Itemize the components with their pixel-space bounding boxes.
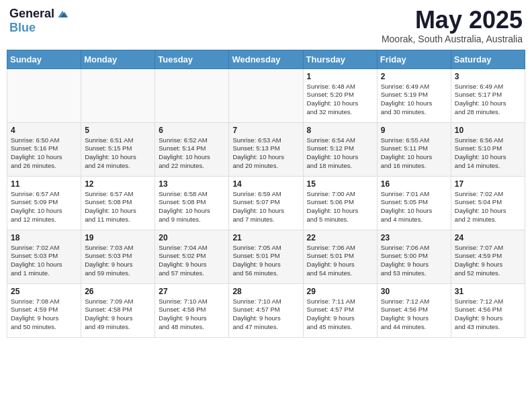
day-number: 10 [455,126,521,135]
day-info: Sunrise: 6:48 AMSunset: 5:20 PMDaylight:… [307,83,373,117]
calendar-cell: 6Sunrise: 6:52 AMSunset: 5:14 PMDaylight… [155,122,229,176]
day-info: Sunrise: 7:12 AMSunset: 4:56 PMDaylight:… [455,298,521,332]
calendar-cell: 20Sunrise: 7:04 AMSunset: 5:02 PMDayligh… [155,230,229,283]
day-info: Sunrise: 7:04 AMSunset: 5:02 PMDaylight:… [159,244,225,278]
day-number: 27 [159,287,225,296]
day-info: Sunrise: 6:55 AMSunset: 5:11 PMDaylight:… [381,136,447,171]
day-number: 4 [11,126,77,135]
calendar-header-monday: Monday [81,50,155,68]
calendar-cell: 31Sunrise: 7:12 AMSunset: 4:56 PMDayligh… [451,283,525,337]
day-info: Sunrise: 6:57 AMSunset: 5:09 PMDaylight:… [11,190,77,224]
day-info: Sunrise: 7:00 AMSunset: 5:06 PMDaylight:… [307,190,373,224]
day-number: 5 [85,126,151,135]
day-number: 12 [85,179,151,189]
day-number: 8 [307,126,373,135]
calendar-cell [81,68,155,122]
day-info: Sunrise: 7:06 AMSunset: 5:01 PMDaylight:… [307,244,373,278]
calendar-cell: 11Sunrise: 6:57 AMSunset: 5:09 PMDayligh… [7,176,81,230]
day-number: 17 [455,179,521,189]
day-number: 28 [232,287,299,296]
logo: General Blue [9,7,69,35]
day-info: Sunrise: 7:06 AMSunset: 5:00 PMDaylight:… [381,244,447,278]
calendar-cell: 21Sunrise: 7:05 AMSunset: 5:01 PMDayligh… [229,230,303,283]
calendar-cell: 30Sunrise: 7:12 AMSunset: 4:56 PMDayligh… [377,283,451,337]
day-number: 23 [381,233,447,242]
calendar-header-tuesday: Tuesday [155,50,229,68]
day-number: 29 [307,287,373,296]
calendar-header-friday: Friday [377,50,451,68]
day-info: Sunrise: 7:10 AMSunset: 4:57 PMDaylight:… [232,298,299,332]
calendar-week-5: 25Sunrise: 7:08 AMSunset: 4:59 PMDayligh… [7,283,525,337]
calendar-week-2: 4Sunrise: 6:50 AMSunset: 5:16 PMDaylight… [7,122,525,176]
page-header: General Blue May 2025 Moorak, South Aust… [7,7,525,44]
calendar-week-4: 18Sunrise: 7:02 AMSunset: 5:03 PMDayligh… [7,230,525,283]
day-info: Sunrise: 6:50 AMSunset: 5:16 PMDaylight:… [11,136,77,171]
day-number: 30 [381,287,447,296]
day-number: 14 [232,179,299,189]
day-info: Sunrise: 7:05 AMSunset: 5:01 PMDaylight:… [232,244,299,278]
day-number: 20 [159,233,225,242]
day-number: 18 [11,233,77,242]
day-info: Sunrise: 7:01 AMSunset: 5:05 PMDaylight:… [381,190,447,224]
day-info: Sunrise: 6:58 AMSunset: 5:08 PMDaylight:… [159,190,225,224]
calendar-cell: 14Sunrise: 6:59 AMSunset: 5:07 PMDayligh… [229,176,303,230]
calendar-cell: 18Sunrise: 7:02 AMSunset: 5:03 PMDayligh… [7,230,81,283]
day-info: Sunrise: 6:53 AMSunset: 5:13 PMDaylight:… [232,136,299,171]
day-info: Sunrise: 6:57 AMSunset: 5:08 PMDaylight:… [85,190,151,224]
day-number: 16 [381,179,447,189]
calendar-cell: 4Sunrise: 6:50 AMSunset: 5:16 PMDaylight… [7,122,81,176]
calendar-cell [229,68,303,122]
day-number: 13 [159,179,225,189]
calendar-cell: 16Sunrise: 7:01 AMSunset: 5:05 PMDayligh… [377,176,451,230]
calendar-cell: 17Sunrise: 7:02 AMSunset: 5:04 PMDayligh… [451,176,525,230]
calendar-cell: 3Sunrise: 6:49 AMSunset: 5:17 PMDaylight… [451,68,525,122]
day-info: Sunrise: 7:12 AMSunset: 4:56 PMDaylight:… [381,298,447,332]
day-info: Sunrise: 6:51 AMSunset: 5:15 PMDaylight:… [85,136,151,171]
location: Moorak, South Australia, Australia [382,34,523,44]
day-info: Sunrise: 7:02 AMSunset: 5:04 PMDaylight:… [455,190,521,224]
calendar-cell: 13Sunrise: 6:58 AMSunset: 5:08 PMDayligh… [155,176,229,230]
day-info: Sunrise: 7:10 AMSunset: 4:58 PMDaylight:… [159,298,225,332]
calendar-header-saturday: Saturday [451,50,525,68]
calendar-header-row: SundayMondayTuesdayWednesdayThursdayFrid… [7,50,525,68]
calendar-cell: 23Sunrise: 7:06 AMSunset: 5:00 PMDayligh… [377,230,451,283]
day-number: 1 [307,72,373,81]
calendar-cell: 15Sunrise: 7:00 AMSunset: 5:06 PMDayligh… [303,176,377,230]
calendar-cell: 7Sunrise: 6:53 AMSunset: 5:13 PMDaylight… [229,122,303,176]
calendar-cell: 29Sunrise: 7:11 AMSunset: 4:57 PMDayligh… [303,283,377,337]
logo-blue-text: Blue [9,21,36,35]
day-number: 9 [381,126,447,135]
month-title: May 2025 [382,7,523,34]
logo-general-text: General [9,7,54,21]
calendar-cell: 22Sunrise: 7:06 AMSunset: 5:01 PMDayligh… [303,230,377,283]
calendar-cell: 2Sunrise: 6:49 AMSunset: 5:19 PMDaylight… [377,68,451,122]
calendar-cell: 26Sunrise: 7:09 AMSunset: 4:58 PMDayligh… [81,283,155,337]
calendar-cell: 8Sunrise: 6:54 AMSunset: 5:12 PMDaylight… [303,122,377,176]
calendar-cell [7,68,81,122]
calendar-header-wednesday: Wednesday [229,50,303,68]
day-number: 31 [455,287,521,296]
day-number: 7 [232,126,299,135]
calendar-cell: 19Sunrise: 7:03 AMSunset: 5:03 PMDayligh… [81,230,155,283]
day-number: 2 [381,72,447,81]
day-info: Sunrise: 6:49 AMSunset: 5:19 PMDaylight:… [381,83,447,117]
day-number: 21 [232,233,299,242]
title-area: May 2025 Moorak, South Australia, Austra… [382,7,523,44]
day-number: 6 [159,126,225,135]
day-info: Sunrise: 7:08 AMSunset: 4:59 PMDaylight:… [11,298,77,332]
day-info: Sunrise: 6:52 AMSunset: 5:14 PMDaylight:… [159,136,225,171]
calendar-cell: 24Sunrise: 7:07 AMSunset: 4:59 PMDayligh… [451,230,525,283]
calendar-header-thursday: Thursday [303,50,377,68]
day-info: Sunrise: 7:09 AMSunset: 4:58 PMDaylight:… [85,298,151,332]
day-number: 11 [11,179,77,189]
calendar-cell [155,68,229,122]
calendar-cell: 9Sunrise: 6:55 AMSunset: 5:11 PMDaylight… [377,122,451,176]
calendar-week-1: 1Sunrise: 6:48 AMSunset: 5:20 PMDaylight… [7,68,525,122]
day-number: 19 [85,233,151,242]
calendar-cell: 27Sunrise: 7:10 AMSunset: 4:58 PMDayligh… [155,283,229,337]
calendar-cell: 5Sunrise: 6:51 AMSunset: 5:15 PMDaylight… [81,122,155,176]
day-info: Sunrise: 7:11 AMSunset: 4:57 PMDaylight:… [307,298,373,332]
day-info: Sunrise: 6:54 AMSunset: 5:12 PMDaylight:… [307,136,373,171]
calendar-header-sunday: Sunday [7,50,81,68]
calendar-cell: 28Sunrise: 7:10 AMSunset: 4:57 PMDayligh… [229,283,303,337]
